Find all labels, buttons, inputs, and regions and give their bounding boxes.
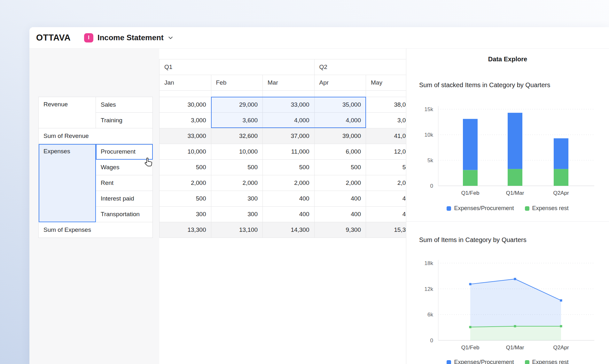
app-header: OTTAVA I Income Statement [29,27,609,49]
row-item-transportation[interactable]: Transportation [96,207,153,222]
sum-cell[interactable]: 13,100 [211,222,263,238]
row-group-revenue[interactable]: Revenue [39,97,96,128]
row-item-sales[interactable]: Sales [96,97,153,113]
data-cell[interactable]: 38,000 [366,97,406,113]
sum-cell[interactable]: 13,300 [160,222,211,238]
month-header-jan[interactable]: Jan [160,75,211,91]
legend-label: Expenses/Procurement [454,205,514,212]
data-cell[interactable]: 3,000 [160,113,211,128]
data-cell[interactable]: 4,000 [263,113,315,128]
row-item-interest-paid[interactable]: Interest paid [96,191,153,207]
svg-text:Q1/Feb: Q1/Feb [461,345,480,351]
data-cell[interactable]: 10,000 [160,144,211,160]
data-cell[interactable]: 2,000 [366,175,406,191]
svg-text:Q1/Mar: Q1/Mar [506,345,524,351]
data-cell[interactable]: 35,000 [315,97,366,113]
data-explore-panel: Data Explore Sum of stacked Items in Cat… [406,49,609,364]
data-cell[interactable]: 3,600 [211,113,263,128]
svg-text:15k: 15k [425,106,433,112]
data-cell[interactable]: 4,000 [315,113,366,128]
data-cell[interactable]: 500 [263,160,315,175]
sum-cell[interactable]: 14,300 [263,222,315,238]
area-chart-legend: Expenses/Procurement Expenses rest [406,359,609,364]
legend-swatch-blue-icon [447,360,451,364]
month-header-mar[interactable]: Mar [263,75,315,91]
row-group-expenses[interactable]: Expenses [39,144,96,222]
sum-cell[interactable]: 32,600 [211,128,263,144]
data-cell[interactable]: 30,000 [160,97,211,113]
doc-badge: I [84,33,93,42]
data-cell[interactable]: 400 [366,207,406,222]
grid-spacer [315,91,366,97]
app-logo: OTTAVA [36,33,71,43]
area-chart-title: Sum of Items in Category by Quarters [419,236,527,244]
chevron-down-icon[interactable] [168,35,173,41]
legend-swatch-green-icon [525,206,529,211]
data-cell[interactable]: 33,000 [263,97,315,113]
quarter-header-q2[interactable]: Q2 [315,59,406,75]
quarter-header-q1[interactable]: Q1 [160,59,315,75]
data-grid-viewport: Q1 Q2 Jan Feb Mar Apr May 30,000 29,000 … [159,59,406,238]
svg-text:Q1/Mar: Q1/Mar [506,190,524,196]
data-cell[interactable]: 300 [211,191,263,207]
stacked-bar-chart: 05k10k15kQ1/FebQ1/MarQ2Apr [406,93,605,202]
data-cell[interactable]: 2,000 [160,175,211,191]
sum-cell[interactable]: 33,000 [160,128,211,144]
data-cell[interactable]: 11,000 [263,144,315,160]
data-cell[interactable]: 400 [366,191,406,207]
data-cell[interactable]: 2,000 [211,175,263,191]
data-cell[interactable]: 300 [211,207,263,222]
legend-swatch-blue-icon [447,206,451,211]
data-cell[interactable]: 400 [263,207,315,222]
legend-item: Expenses/Procurement [447,205,514,212]
row-sum-revenue[interactable]: Sum of Revenue [39,128,153,144]
month-header-apr[interactable]: Apr [315,75,366,91]
svg-text:18k: 18k [425,260,433,266]
data-cell[interactable]: 500 [315,160,366,175]
row-item-training[interactable]: Training [96,113,153,128]
data-cell[interactable]: 6,000 [315,144,366,160]
sum-cell[interactable]: 9,300 [315,222,366,238]
sum-cell[interactable]: 15,300 [366,222,406,238]
data-cell[interactable]: 29,000 [211,97,263,113]
doc-title: Income Statement [98,33,164,42]
legend-item: Expenses/Procurement [447,359,514,364]
data-cell[interactable]: 400 [315,207,366,222]
month-header-feb[interactable]: Feb [211,75,263,91]
data-cell[interactable]: 500 [160,191,211,207]
grid-spacer [263,91,315,97]
sum-cell[interactable]: 37,000 [263,128,315,144]
stacked-area-chart: 06k12k18kQ1/FebQ1/MarQ2Apr [406,250,605,352]
svg-text:0: 0 [430,183,433,189]
data-cell[interactable]: 2,000 [315,175,366,191]
data-cell[interactable]: 12,000 [366,144,406,160]
data-cell[interactable]: 300 [160,207,211,222]
data-cell[interactable]: 3,000 [366,113,406,128]
svg-text:Q1/Feb: Q1/Feb [461,190,480,196]
panel-title: Data Explore [406,56,609,63]
row-item-rent[interactable]: Rent [96,175,153,191]
data-cell[interactable]: 10,000 [211,144,263,160]
legend-label: Expenses rest [532,359,569,364]
svg-text:6k: 6k [427,312,433,318]
legend-label: Expenses rest [532,205,569,212]
svg-text:10k: 10k [425,132,433,138]
data-cell[interactable]: 2,000 [263,175,315,191]
grid-spacer [211,91,263,97]
legend-item: Expenses rest [525,205,569,212]
svg-text:0: 0 [430,337,433,344]
grid-spacer [160,91,211,97]
svg-text:12k: 12k [425,286,433,292]
data-cell[interactable]: 400 [315,191,366,207]
sum-cell[interactable]: 41,000 [366,128,406,144]
data-cell[interactable]: 500 [211,160,263,175]
legend-item: Expenses rest [525,359,569,364]
cursor-hand-icon [143,157,154,168]
month-header-may[interactable]: May [366,75,406,91]
data-cell[interactable]: 400 [263,191,315,207]
data-cell[interactable]: 500 [366,160,406,175]
legend-label: Expenses/Procurement [454,359,514,364]
data-cell[interactable]: 500 [160,160,211,175]
row-sum-expenses[interactable]: Sum of Expenses [39,222,153,238]
sum-cell[interactable]: 39,000 [315,128,366,144]
